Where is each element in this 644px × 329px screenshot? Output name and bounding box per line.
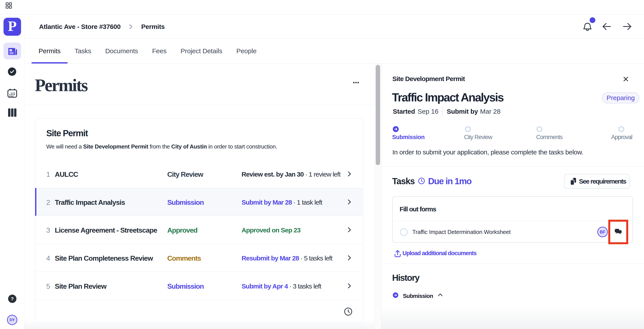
svg-text:?: ? <box>11 296 14 302</box>
